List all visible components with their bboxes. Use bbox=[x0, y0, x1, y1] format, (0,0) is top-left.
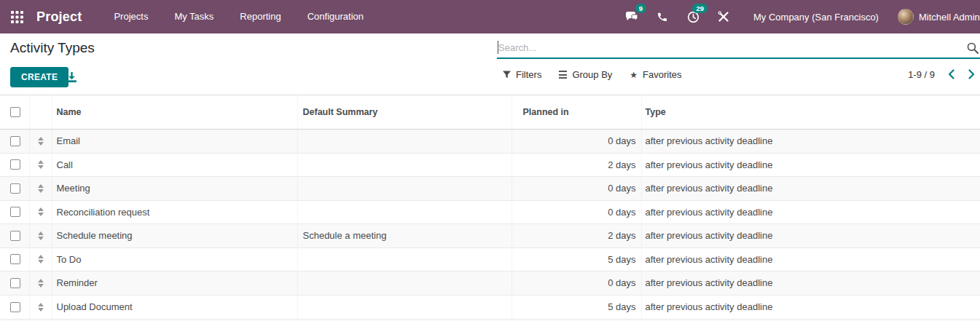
favorites-button[interactable]: ★ Favorites bbox=[630, 69, 681, 80]
table-row[interactable]: Reconciliation request 0 days after prev… bbox=[0, 200, 980, 224]
filters-button[interactable]: Filters bbox=[503, 69, 541, 80]
drag-handle-icon[interactable] bbox=[30, 255, 52, 263]
table-row[interactable]: Upload Document 5 days after previous ac… bbox=[0, 295, 980, 319]
row-checkbox[interactable] bbox=[10, 278, 20, 288]
handle-column-header bbox=[29, 95, 52, 130]
cell-type[interactable]: after previous activity deadline bbox=[641, 247, 980, 272]
filters-label: Filters bbox=[516, 69, 541, 80]
phone-icon bbox=[656, 11, 668, 23]
row-checkbox[interactable] bbox=[10, 231, 20, 241]
search-bar bbox=[497, 37, 980, 59]
table-row[interactable]: Meeting 0 days after previous activity d… bbox=[0, 177, 980, 201]
group-by-label: Group By bbox=[572, 69, 612, 80]
cell-summary[interactable] bbox=[297, 272, 511, 296]
drag-handle-icon[interactable] bbox=[30, 231, 52, 240]
messages-badge: 9 bbox=[635, 4, 646, 13]
page-title: Activity Types bbox=[10, 40, 95, 56]
app-brand[interactable]: Project bbox=[36, 9, 82, 25]
user-menu[interactable]: Mitchell Admin bbox=[898, 9, 980, 25]
drag-handle-icon[interactable] bbox=[30, 279, 52, 288]
drag-handle-icon[interactable] bbox=[30, 137, 52, 146]
cell-planned-in[interactable]: 0 days bbox=[511, 200, 641, 224]
cell-planned-in[interactable]: 0 days bbox=[511, 272, 641, 296]
row-checkbox[interactable] bbox=[10, 302, 20, 312]
menu-configuration[interactable]: Configuration bbox=[294, 0, 377, 33]
partially-visible-row[interactable] bbox=[0, 319, 980, 321]
cell-planned-in[interactable]: 5 days bbox=[511, 295, 641, 319]
table-row[interactable]: Schedule meeting Schedule a meeting 2 da… bbox=[0, 224, 980, 248]
row-checkbox[interactable] bbox=[10, 254, 20, 264]
control-panel: Activity Types CREATE Filters Group By bbox=[0, 33, 980, 95]
calls-button[interactable] bbox=[647, 0, 678, 33]
apps-menu-icon[interactable] bbox=[9, 9, 24, 24]
export-icon[interactable] bbox=[66, 71, 79, 84]
cell-planned-in[interactable]: 5 days bbox=[511, 247, 641, 272]
cell-planned-in[interactable]: 0 days bbox=[511, 177, 641, 201]
cell-summary[interactable] bbox=[297, 200, 511, 224]
group-by-icon bbox=[559, 70, 567, 79]
cell-summary[interactable] bbox=[297, 177, 511, 201]
cell-name[interactable]: To Do bbox=[52, 247, 297, 272]
row-checkbox[interactable] bbox=[10, 207, 20, 217]
row-checkbox[interactable] bbox=[10, 159, 20, 170]
menu-reporting[interactable]: Reporting bbox=[227, 0, 294, 33]
drag-handle-icon[interactable] bbox=[30, 207, 52, 216]
menu-projects[interactable]: Projects bbox=[101, 0, 161, 33]
pager-next-icon[interactable] bbox=[965, 68, 977, 83]
column-header-default-summary[interactable]: Default Summary bbox=[297, 95, 511, 130]
cell-summary[interactable]: Schedule a meeting bbox=[297, 224, 511, 248]
create-button[interactable]: CREATE bbox=[10, 67, 68, 87]
column-header-planned-in[interactable]: Planned in bbox=[511, 95, 641, 130]
crossed-tools-icon bbox=[718, 11, 729, 23]
search-input[interactable] bbox=[498, 37, 957, 58]
drag-handle-icon[interactable] bbox=[30, 184, 52, 193]
main-menu: Projects My Tasks Reporting Configuratio… bbox=[101, 0, 377, 33]
filter-controls: Filters Group By ★ Favorites bbox=[503, 69, 699, 80]
cell-planned-in[interactable]: 2 days bbox=[511, 153, 641, 177]
pager-previous-icon[interactable] bbox=[946, 68, 957, 83]
cell-summary[interactable] bbox=[297, 295, 511, 319]
cell-summary[interactable] bbox=[297, 247, 511, 272]
cell-summary[interactable] bbox=[297, 153, 511, 177]
drag-handle-icon[interactable] bbox=[30, 160, 52, 169]
cell-type[interactable]: after previous activity deadline bbox=[641, 130, 980, 154]
column-header-type[interactable]: Type bbox=[641, 95, 980, 130]
company-switcher[interactable]: My Company (San Francisco) bbox=[753, 12, 879, 23]
cell-type[interactable]: after previous activity deadline bbox=[641, 177, 980, 201]
row-checkbox[interactable] bbox=[10, 183, 20, 194]
drag-handle-icon[interactable] bbox=[30, 303, 52, 312]
cell-type[interactable]: after previous activity deadline bbox=[641, 272, 980, 296]
table-row[interactable]: To Do 5 days after previous activity dea… bbox=[0, 247, 980, 272]
cell-type[interactable]: after previous activity deadline bbox=[641, 200, 980, 224]
cell-name[interactable]: Call bbox=[52, 153, 297, 177]
tools-button[interactable] bbox=[708, 0, 739, 33]
cell-name[interactable]: Meeting bbox=[52, 177, 297, 201]
cell-name[interactable]: Schedule meeting bbox=[52, 224, 297, 248]
cell-planned-in[interactable]: 2 days bbox=[511, 224, 641, 248]
row-checkbox[interactable] bbox=[10, 136, 20, 146]
select-all-checkbox[interactable] bbox=[10, 107, 20, 117]
activity-types-table: Name Default Summary Planned in Type Ema… bbox=[0, 95, 980, 319]
search-icon[interactable] bbox=[967, 42, 979, 57]
table-header-row: Name Default Summary Planned in Type bbox=[0, 95, 980, 130]
cell-summary[interactable] bbox=[297, 130, 511, 154]
activities-button[interactable]: 29 bbox=[678, 0, 708, 33]
cell-planned-in[interactable]: 0 days bbox=[511, 130, 641, 154]
cell-name[interactable]: Reminder bbox=[52, 272, 297, 296]
column-header-name[interactable]: Name bbox=[52, 95, 297, 130]
messages-button[interactable]: 9 bbox=[616, 0, 647, 33]
pager-counter: 1-9 / 9 bbox=[908, 69, 935, 80]
cell-name[interactable]: Reconciliation request bbox=[52, 200, 297, 224]
chat-bubbles-icon bbox=[625, 11, 639, 23]
cell-name[interactable]: Upload Document bbox=[52, 295, 297, 319]
cell-type[interactable]: after previous activity deadline bbox=[641, 153, 980, 177]
cell-type[interactable]: after previous activity deadline bbox=[641, 224, 980, 248]
cell-name[interactable]: Email bbox=[52, 130, 297, 154]
menu-my-tasks[interactable]: My Tasks bbox=[161, 0, 227, 33]
table-row[interactable]: Reminder 0 days after previous activity … bbox=[0, 272, 980, 296]
table-row[interactable]: Call 2 days after previous activity dead… bbox=[0, 153, 980, 177]
grid-icon bbox=[11, 11, 23, 23]
table-row[interactable]: Email 0 days after previous activity dea… bbox=[0, 130, 980, 154]
group-by-button[interactable]: Group By bbox=[559, 69, 612, 80]
cell-type[interactable]: after previous activity deadline bbox=[641, 295, 980, 319]
